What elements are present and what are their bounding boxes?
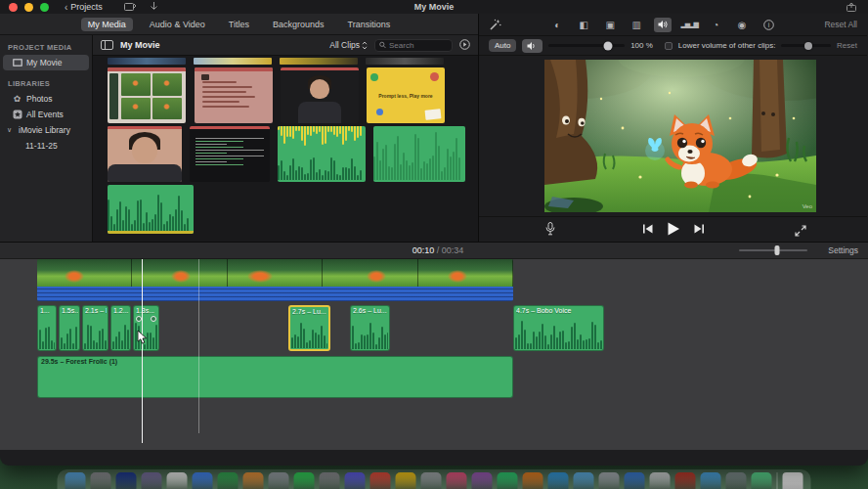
playback-loop-icon[interactable]	[459, 36, 470, 54]
close-button[interactable]	[9, 3, 18, 12]
mute-button[interactable]	[522, 39, 542, 53]
sidebar-item-imovie-library[interactable]: ∨ iMovie Library	[0, 122, 92, 138]
dock-app-icon[interactable]	[396, 472, 416, 489]
color-correction-icon[interactable]: ◧	[575, 18, 592, 32]
lower-volume-slider[interactable]	[781, 44, 831, 47]
sidebar-item-photos[interactable]: ✿ Photos	[0, 91, 92, 107]
dock-app-icon[interactable]	[142, 472, 162, 489]
noise-reduction-icon[interactable]: ▂▅▂▆	[680, 18, 698, 32]
dock-app-icon[interactable]	[345, 472, 366, 489]
magic-wand-icon[interactable]	[489, 19, 501, 31]
sidebar-item-all-events[interactable]: All Events	[0, 107, 92, 122]
skip-back-icon[interactable]	[642, 224, 653, 234]
projects-back-button[interactable]: ‹ Projects	[65, 2, 103, 13]
tab-audio-video[interactable]: Audio & Video	[143, 18, 212, 31]
search-input[interactable]	[389, 41, 448, 50]
import-media-icon[interactable]	[124, 2, 136, 12]
background-music-clip[interactable]: 29.5s – Forest Frolic (1)	[37, 356, 513, 398]
volume-icon[interactable]	[654, 18, 672, 32]
stabilization-icon[interactable]: ▥	[628, 18, 645, 32]
dock-app-icon[interactable]	[447, 472, 467, 489]
audio-clip[interactable]: 2.6s – Lu...	[350, 305, 390, 351]
dock-app-icon[interactable]	[752, 472, 772, 489]
audio-clip-selected[interactable]: 2.7s – Lu...	[288, 305, 330, 351]
lower-volume-knob[interactable]	[804, 42, 812, 50]
sidebar-toggle-icon[interactable]	[101, 36, 113, 54]
search-field[interactable]	[374, 39, 453, 52]
thumb-webcam-closeup[interactable]	[108, 126, 182, 182]
skip-forward-icon[interactable]	[693, 224, 704, 234]
fullscreen-icon[interactable]	[795, 223, 806, 241]
auto-volume-button[interactable]: Auto	[489, 39, 516, 52]
tab-transitions[interactable]: Transitions	[340, 18, 397, 31]
tab-my-media[interactable]: My Media	[81, 18, 133, 31]
dock-app-icon[interactable]	[574, 472, 594, 489]
video-clip-audio-strip[interactable]	[37, 287, 513, 301]
volume-slider-knob[interactable]	[604, 41, 613, 50]
thumb-terminal-screenshot[interactable]	[190, 126, 270, 182]
dock-app-icon[interactable]	[421, 472, 442, 489]
dock-app-icon[interactable]	[625, 472, 645, 489]
sidebar-item-event-date[interactable]: 11-11-25	[0, 138, 92, 154]
dock-app-icon[interactable]	[91, 472, 111, 489]
disclosure-chevron-icon[interactable]: ∨	[4, 126, 15, 134]
color-balance-icon[interactable]: ◐	[548, 18, 566, 32]
play-icon[interactable]	[667, 222, 679, 236]
dock-app-icon[interactable]	[193, 472, 213, 489]
zoom-button[interactable]	[40, 3, 49, 12]
sidebar-item-my-movie[interactable]: My Movie	[3, 55, 89, 70]
fade-handle[interactable]	[151, 316, 156, 322]
settings-button[interactable]: Settings	[828, 245, 858, 255]
volume-slider[interactable]	[548, 44, 625, 47]
thumb-audio-clip-small[interactable]	[108, 185, 194, 234]
dock-app-icon[interactable]	[116, 472, 137, 489]
speed-icon[interactable]: ◔	[707, 18, 724, 32]
dock-app-icon[interactable]	[599, 472, 620, 489]
dock-app-icon[interactable]	[701, 472, 721, 489]
thumb-audio-clip-tall[interactable]	[373, 126, 465, 182]
thumb-document-screenshot[interactable]	[195, 67, 273, 123]
all-clips-filter[interactable]: All Clips	[329, 40, 368, 50]
dock-app-icon[interactable]	[243, 472, 264, 489]
dock-app-icon[interactable]	[294, 472, 315, 489]
audio-clip[interactable]: 1...	[37, 305, 57, 351]
thumb-fox-grid-screenshot[interactable]	[108, 67, 186, 123]
download-arrow-icon[interactable]	[150, 2, 158, 12]
dock-app-icon[interactable]	[218, 472, 239, 489]
dock-app-icon[interactable]	[523, 472, 543, 489]
thumb-audio-clip-yellow[interactable]	[278, 126, 366, 182]
tab-titles[interactable]: Titles	[222, 18, 256, 31]
info-icon[interactable]: i	[760, 18, 777, 32]
audio-clip[interactable]: 1.5s...	[59, 305, 80, 351]
clip-filter-icon[interactable]: ◉	[733, 18, 751, 32]
dock-app-icon[interactable]	[650, 472, 671, 489]
timeline-zoom-knob[interactable]	[774, 245, 779, 255]
voiceover-mic-icon[interactable]	[545, 222, 555, 240]
dock-app-icon[interactable]	[472, 472, 493, 489]
reset-all-button[interactable]: Reset All	[824, 20, 857, 29]
audio-clip[interactable]: 2.1s – L...	[82, 305, 108, 351]
dock-app-icon[interactable]	[675, 472, 696, 489]
dock-app-icon[interactable]	[370, 472, 391, 489]
dock-app-icon[interactable]	[320, 472, 340, 489]
share-icon[interactable]	[846, 3, 856, 12]
dock-app-icon[interactable]	[548, 472, 569, 489]
timeline-zoom-slider[interactable]	[739, 249, 807, 251]
minimize-button[interactable]	[24, 3, 33, 12]
audio-clip[interactable]: 1.2...	[110, 305, 131, 351]
video-clip-filmstrip[interactable]	[37, 259, 513, 287]
dock-app-icon[interactable]	[167, 472, 188, 489]
trash-icon[interactable]	[783, 472, 803, 489]
thumb-yellow-slide[interactable]: Prompt less, Play more	[367, 67, 445, 123]
lower-volume-checkbox[interactable]	[665, 42, 673, 50]
dock-app-icon[interactable]	[65, 472, 86, 489]
reset-button[interactable]: Reset	[837, 41, 857, 50]
crop-icon[interactable]: ▣	[601, 18, 619, 32]
audio-clip[interactable]: 4.7s – Bobo Voice	[513, 305, 604, 351]
tab-backgrounds[interactable]: Backgrounds	[266, 18, 331, 31]
dock-app-icon[interactable]	[498, 472, 518, 489]
thumb-webcam-recording[interactable]	[281, 67, 359, 123]
dock-app-icon[interactable]	[269, 472, 289, 489]
dock-app-icon[interactable]	[726, 472, 747, 489]
playhead[interactable]	[142, 259, 143, 443]
